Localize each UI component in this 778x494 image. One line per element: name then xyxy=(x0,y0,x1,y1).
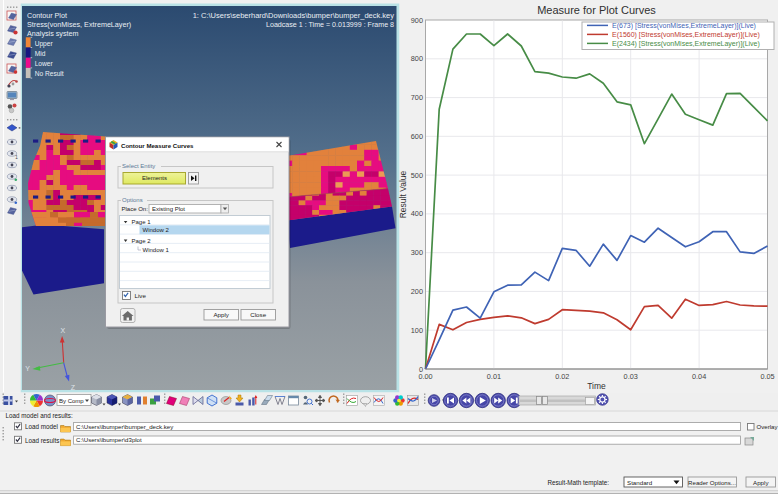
svg-text:Y: Y xyxy=(25,365,30,372)
svg-text:Reader Options...: Reader Options... xyxy=(688,479,736,486)
svg-text:Apply: Apply xyxy=(753,479,769,486)
svg-text:400: 400 xyxy=(411,209,423,218)
svg-text:Result-Math template:: Result-Math template: xyxy=(547,479,609,487)
svg-text:0.05: 0.05 xyxy=(760,372,774,381)
svg-text:Time: Time xyxy=(587,381,606,391)
svg-text:Measure for Plot Curves: Measure for Plot Curves xyxy=(537,4,656,16)
svg-text:200: 200 xyxy=(411,287,423,296)
svg-text:0.01: 0.01 xyxy=(487,372,501,381)
svg-text:Stress(vonMises, ExtremeLayer): Stress(vonMises, ExtremeLayer) xyxy=(27,20,131,29)
svg-text:0.03: 0.03 xyxy=(624,372,638,381)
svg-text:600: 600 xyxy=(411,132,423,141)
svg-text:X: X xyxy=(60,327,65,334)
svg-text:Load model: Load model xyxy=(25,423,58,430)
svg-text:Existing Plot: Existing Plot xyxy=(152,206,185,212)
svg-text:Place On:: Place On: xyxy=(122,206,149,212)
svg-text:Elements: Elements xyxy=(142,175,167,181)
svg-text:Page 1: Page 1 xyxy=(132,219,152,225)
svg-text:900: 900 xyxy=(411,16,423,25)
svg-text:Window 1: Window 1 xyxy=(143,247,170,253)
svg-text:Overlay: Overlay xyxy=(757,423,778,430)
svg-text:Loadcase 1 : Time = 0.013999 :: Loadcase 1 : Time = 0.013999 : Frame 8 xyxy=(266,21,394,29)
svg-text:500: 500 xyxy=(411,171,423,180)
svg-text:0.04: 0.04 xyxy=(692,372,706,381)
svg-text:1: C:\Users\seberhard\Download: 1: C:\Users\seberhard\Downloads\bumper\b… xyxy=(193,11,395,20)
svg-text:700: 700 xyxy=(411,93,423,102)
svg-text:Load results: Load results xyxy=(25,437,59,444)
svg-text:Options: Options xyxy=(122,197,143,203)
svg-text:100: 100 xyxy=(411,326,423,335)
svg-text:Apply: Apply xyxy=(213,311,229,318)
svg-text:0.02: 0.02 xyxy=(555,372,569,381)
svg-text:C:\Users\lbumper\bumper_deck.k: C:\Users\lbumper\bumper_deck.key xyxy=(76,423,174,430)
svg-text:Analysis system: Analysis system xyxy=(27,29,79,38)
svg-text:E(1560) [Stress(vonMises,Extre: E(1560) [Stress(vonMises,ExtremeLayer)](… xyxy=(612,31,760,39)
svg-text:Contour Measure Curves: Contour Measure Curves xyxy=(121,142,194,149)
svg-text:No Result: No Result xyxy=(35,70,64,77)
svg-text:E(2434) [Stress(vonMises,Extre: E(2434) [Stress(vonMises,ExtremeLayer)](… xyxy=(612,40,760,48)
svg-text:Select Entity: Select Entity xyxy=(122,163,155,169)
svg-text:Window 2: Window 2 xyxy=(143,227,170,233)
svg-text:Result Value: Result Value xyxy=(398,170,408,218)
svg-text:300: 300 xyxy=(411,248,423,257)
svg-text:Lower: Lower xyxy=(35,60,54,67)
svg-text:Standard: Standard xyxy=(627,479,653,486)
svg-text:By Comp: By Comp xyxy=(59,398,84,404)
svg-text:Z: Z xyxy=(71,384,76,391)
svg-text:0.00: 0.00 xyxy=(418,372,432,381)
svg-text:Close: Close xyxy=(250,311,266,318)
svg-text:Mid: Mid xyxy=(35,50,46,57)
svg-text:800: 800 xyxy=(411,54,423,63)
svg-text:Load model and results:: Load model and results: xyxy=(6,412,73,419)
svg-text:C:\Users\lbumper\d3plot: C:\Users\lbumper\d3plot xyxy=(76,436,142,443)
svg-text:E(673) [Stress(vonMises,Extrem: E(673) [Stress(vonMises,ExtremeLayer)](L… xyxy=(612,22,756,30)
svg-text:Contour Plot: Contour Plot xyxy=(27,11,67,20)
svg-text:Upper: Upper xyxy=(35,40,54,48)
svg-text:Live: Live xyxy=(135,292,147,299)
svg-text:Page 2: Page 2 xyxy=(132,238,152,244)
